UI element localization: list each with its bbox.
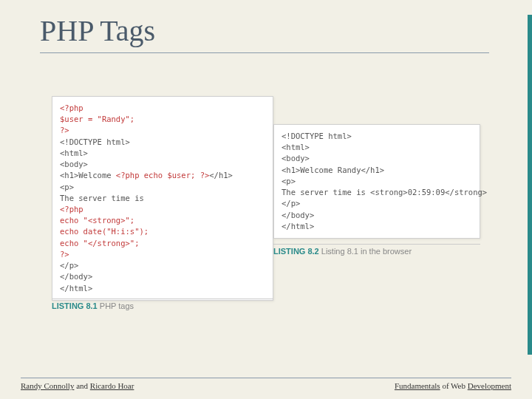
- code-line: <body>: [282, 154, 310, 163]
- code-line: </html>: [60, 284, 92, 293]
- footer: Randy Connolly and Ricardo Hoar Fundamen…: [21, 378, 511, 390]
- footer-text: Development: [468, 381, 511, 390]
- footer-text: of Web: [440, 381, 468, 390]
- code-line: ?>: [60, 126, 69, 134]
- code-line: </body>: [282, 211, 314, 219]
- page-title: PHP Tags: [40, 13, 489, 53]
- code-listing-8-2: <!DOCTYPE html> <html> <body> <h1>Welcom…: [273, 124, 480, 239]
- code-line: </p>: [60, 261, 78, 270]
- code-line: echo "</strong>";: [60, 239, 139, 248]
- caption-text: Listing 8.1 in the browser: [319, 247, 412, 256]
- code-line: echo date("H:i:s");: [60, 227, 149, 236]
- code-line: </html>: [282, 222, 314, 231]
- caption-label: LISTING 8.2: [273, 247, 319, 256]
- code-line: </p>: [282, 199, 300, 208]
- code-line: <!DOCTYPE html>: [282, 132, 352, 140]
- code-inline: </h1>: [209, 171, 233, 180]
- author-name: Randy Connolly: [21, 381, 74, 390]
- figure-area: <?php $user = "Randy"; ?> <!DOCTYPE html…: [52, 96, 480, 332]
- caption-8-2: LISTING 8.2 Listing 8.1 in the browser: [273, 244, 480, 256]
- footer-text: and: [74, 381, 89, 390]
- code-line: <?php: [60, 205, 83, 214]
- code-line: echo "<strong>";: [60, 216, 134, 225]
- caption-8-1: LISTING 8.1 PHP tags: [52, 299, 273, 310]
- code-line: <p>: [282, 177, 296, 185]
- footer-authors: Randy Connolly and Ricardo Hoar: [21, 381, 134, 390]
- code-line: <html>: [60, 149, 88, 157]
- code-listing-8-1: <?php $user = "Randy"; ?> <!DOCTYPE html…: [52, 96, 273, 301]
- author-name: Ricardo Hoar: [90, 381, 134, 390]
- code-line: <p>: [60, 183, 74, 191]
- footer-text: Fundamentals: [395, 381, 440, 390]
- code-line: $user = "Randy";: [60, 115, 134, 123]
- code-line: <h1>Welcome: [60, 171, 116, 180]
- code-line: <body>: [60, 160, 88, 168]
- code-inline: <?php echo $user; ?>: [116, 171, 209, 180]
- code-line: <!DOCTYPE html>: [60, 137, 130, 146]
- code-line: <html>: [282, 143, 310, 151]
- code-line: <?php: [60, 103, 83, 112]
- caption-text: PHP tags: [98, 301, 134, 310]
- code-line: <h1>Welcome Randy</h1>: [282, 166, 384, 174]
- footer-book-title: Fundamentals of Web Development: [395, 381, 511, 390]
- code-line: </body>: [60, 272, 92, 281]
- accent-bar: [528, 15, 532, 355]
- code-line: ?>: [60, 250, 69, 259]
- caption-label: LISTING 8.1: [52, 301, 98, 310]
- code-line: The server time is <strong>02:59:09</str…: [282, 188, 487, 197]
- code-line: The server time is: [60, 194, 144, 202]
